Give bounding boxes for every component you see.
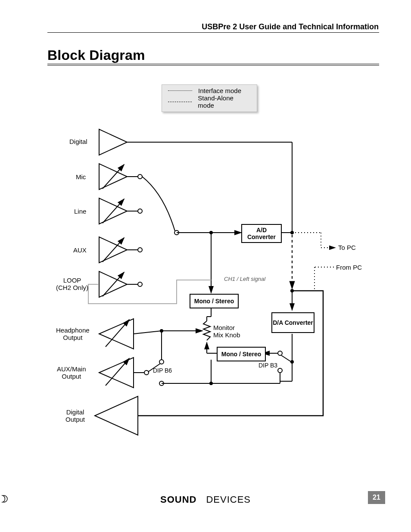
- label-ch1-left: CH1 / Left signal: [224, 276, 265, 282]
- block-da-converter: D/A Converter: [271, 312, 314, 333]
- label-dip-b6: DIP B6: [153, 367, 172, 374]
- svg-line-34: [281, 355, 291, 362]
- page-number: 21: [368, 491, 385, 504]
- svg-point-7: [138, 209, 142, 213]
- title-rule: [47, 64, 379, 64]
- svg-point-53: [144, 370, 149, 375]
- block-diagram: Interface mode Stand-Alone mode: [47, 78, 379, 457]
- footer-brand: SOUND DEVICES: [0, 494, 411, 505]
- block-mono-stereo-2: Mono / Stereo: [217, 347, 266, 361]
- svg-line-5: [106, 358, 129, 386]
- svg-point-33: [278, 351, 282, 355]
- label-input-mic: Mic: [76, 173, 86, 180]
- label-monitor-mix: Monitor Mix Knob: [213, 324, 240, 339]
- label-output-digital: Digital Output: [65, 408, 85, 423]
- svg-line-2: [103, 238, 124, 262]
- footer-brand-bold: SOUND: [160, 494, 196, 505]
- svg-point-8: [138, 248, 142, 252]
- label-output-auxmain: AUX/Main Output: [57, 365, 86, 380]
- svg-line-3: [103, 272, 124, 296]
- label-input-aux: AUX: [73, 246, 87, 254]
- block-mono-stereo-1: Mono / Stereo: [190, 294, 239, 308]
- svg-point-6: [138, 174, 142, 179]
- label-to-pc: To PC: [338, 244, 356, 251]
- diagram-svg: [47, 78, 379, 457]
- label-input-line: Line: [74, 208, 86, 215]
- label-input-digital: Digital: [69, 138, 87, 145]
- svg-line-0: [103, 165, 124, 189]
- footer-brand-light: DEVICES: [206, 494, 251, 505]
- page-header: USBPre 2 User Guide and Technical Inform…: [202, 22, 379, 31]
- title-rule-2: [47, 65, 379, 65]
- block-ad-converter: A/D Converter: [241, 224, 282, 243]
- label-output-headphone: Headphone Output: [56, 327, 90, 341]
- label-dip-b3: DIP B3: [258, 362, 277, 369]
- svg-point-9: [138, 282, 142, 286]
- label-from-pc: From PC: [336, 264, 362, 271]
- svg-line-1: [103, 199, 124, 223]
- page-title: Block Diagram: [47, 47, 145, 63]
- label-input-loop: LOOP (CH2 Only): [56, 277, 88, 291]
- svg-point-36: [278, 368, 282, 373]
- header-rule: [47, 32, 379, 33]
- svg-line-4: [106, 320, 129, 347]
- svg-line-49: [134, 331, 162, 334]
